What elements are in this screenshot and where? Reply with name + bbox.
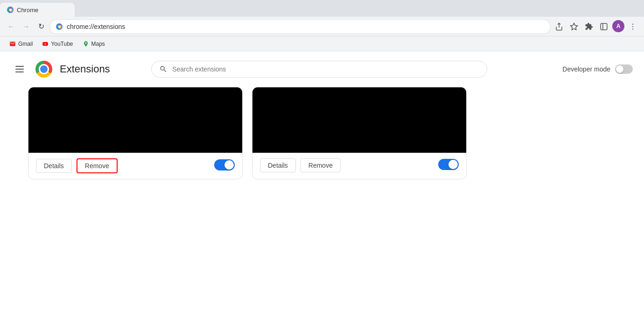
svg-point-1: [9, 9, 12, 11]
active-tab[interactable]: Chrome: [0, 3, 75, 17]
extensions-page: Extensions Developer mode Details Remove: [0, 51, 644, 320]
youtube-icon: [42, 41, 49, 47]
search-bar[interactable]: [151, 61, 487, 78]
search-input[interactable]: [172, 65, 479, 73]
more-menu-button[interactable]: [626, 20, 639, 33]
bookmark-maps-label: Maps: [91, 41, 105, 47]
extension-card-footer-2: Details Remove: [252, 153, 466, 178]
maps-icon: [83, 41, 89, 47]
nav-actions: A: [553, 20, 639, 33]
svg-point-8: [632, 23, 633, 24]
extension-toggle-area-1[interactable]: [214, 159, 235, 172]
hamburger-line: [15, 71, 24, 72]
svg-marker-5: [571, 23, 578, 29]
sidebar-button[interactable]: [597, 20, 610, 33]
back-button[interactable]: ←: [5, 20, 18, 33]
bookmark-gmail-label: Gmail: [18, 41, 33, 47]
svg-point-3: [58, 25, 61, 28]
page-title: Extensions: [60, 63, 110, 75]
extension-details-button-2[interactable]: Details: [260, 158, 296, 172]
extension-details-button-1[interactable]: Details: [36, 159, 72, 173]
toggle-thumb: [616, 65, 623, 73]
bookmark-gmail[interactable]: Gmail: [6, 39, 36, 49]
profile-avatar[interactable]: A: [612, 20, 624, 32]
browser-chrome: Chrome ← → ↻ chrome://extensions: [0, 0, 644, 51]
tab-favicon: [7, 6, 14, 14]
extension-card-footer-1: Details Remove: [28, 153, 242, 179]
svg-point-10: [632, 28, 633, 29]
bookmark-youtube[interactable]: YouTube: [38, 39, 77, 49]
bookmark-youtube-label: YouTube: [51, 41, 73, 47]
extension-toggle-track-2: [438, 159, 459, 170]
hamburger-line: [15, 66, 24, 67]
extensions-header: Extensions Developer mode: [0, 51, 644, 87]
extension-toggle-track-1: [214, 159, 235, 171]
address-text: chrome://extensions: [67, 23, 545, 30]
extension-card-1: Details Remove: [28, 87, 243, 179]
forward-button[interactable]: →: [20, 20, 33, 33]
developer-mode-label: Developer mode: [562, 65, 610, 73]
extension-toggle-thumb-1: [224, 160, 234, 170]
nav-bar: ← → ↻ chrome://extensions: [0, 17, 644, 36]
extension-remove-button-2[interactable]: Remove: [301, 158, 341, 172]
extension-preview-2: [252, 87, 466, 153]
hamburger-menu-button[interactable]: [11, 61, 28, 78]
tab-bar: Chrome: [0, 0, 644, 17]
extension-card-2: Details Remove: [252, 87, 467, 179]
extension-toggle-thumb-2: [448, 160, 458, 169]
address-favicon: [56, 23, 63, 30]
bookmarks-bar: Gmail YouTube Maps: [0, 36, 644, 51]
extension-toggle-1[interactable]: [214, 159, 235, 171]
bookmark-maps[interactable]: Maps: [79, 39, 109, 49]
chrome-logo: [35, 61, 52, 78]
share-button[interactable]: [553, 20, 566, 33]
extension-remove-button-1[interactable]: Remove: [77, 158, 118, 173]
tab-title: Chrome: [17, 7, 68, 14]
extension-toggle-area-2[interactable]: [438, 159, 459, 172]
extensions-button[interactable]: [582, 20, 595, 33]
gmail-icon: [9, 41, 16, 47]
search-icon: [159, 65, 168, 73]
bookmark-button[interactable]: [567, 20, 581, 33]
extensions-grid: Details Remove Details Remove: [0, 87, 644, 179]
hamburger-line: [15, 69, 24, 70]
svg-point-9: [632, 26, 633, 27]
developer-mode-section: Developer mode: [562, 64, 633, 74]
extension-preview-1: [28, 87, 242, 153]
developer-mode-toggle[interactable]: [615, 64, 633, 74]
address-bar[interactable]: chrome://extensions: [49, 19, 551, 34]
svg-rect-6: [601, 23, 607, 30]
extension-toggle-2[interactable]: [438, 159, 459, 170]
refresh-button[interactable]: ↻: [35, 20, 48, 33]
